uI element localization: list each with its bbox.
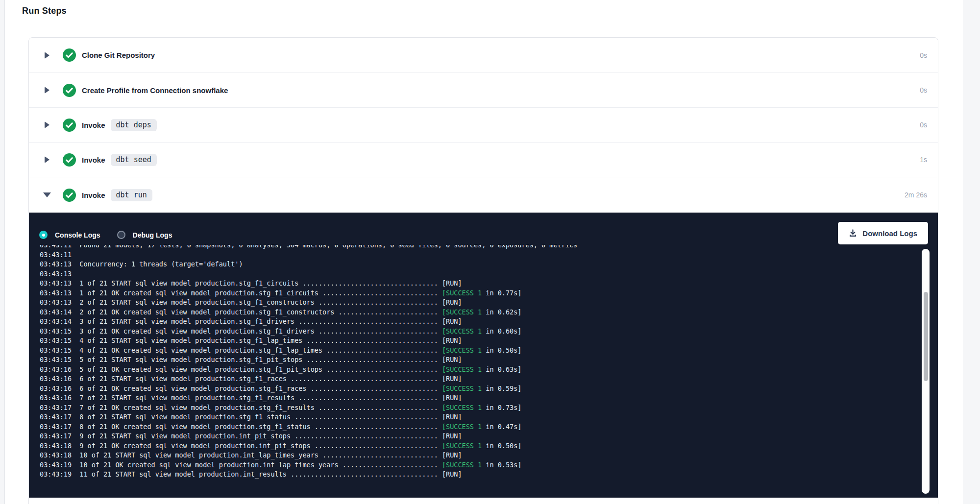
step-row[interactable]: Invoke dbt deps 0s [29, 107, 938, 142]
success-check-icon [63, 84, 76, 97]
console-log-output: 03:43:11 Found 21 models, 17 tests, 0 sn… [29, 245, 938, 498]
step-label: Invoke [82, 121, 105, 129]
log-line: 03:43:17 7 of 21 OK created sql view mod… [40, 403, 938, 413]
debug-logs-radio[interactable]: Debug Logs [117, 231, 172, 239]
log-line: 03:43:16 6 of 21 START sql view model pr… [40, 374, 938, 384]
log-line: 03:43:14 3 of 21 START sql view model pr… [40, 317, 938, 327]
log-line: 03:43:17 9 of 21 START sql view model pr… [40, 432, 938, 441]
step-duration: 0s [920, 86, 927, 94]
step-label: Invoke [82, 156, 105, 164]
log-line: 03:43:14 2 of 21 OK created sql view mod… [40, 308, 938, 317]
debug-logs-label[interactable]: Debug Logs [133, 231, 172, 239]
log-line: 03:43:17 8 of 21 START sql view model pr… [40, 412, 938, 422]
success-check-icon [63, 189, 76, 202]
log-success-text: [SUCCESS 1 [442, 365, 482, 373]
log-line: 03:43:13 1 of 21 OK created sql view mod… [40, 288, 938, 298]
success-check-icon [63, 48, 76, 62]
page-title: Run Steps [22, 6, 67, 16]
step-duration: 2m 26s [905, 191, 927, 199]
log-line: 03:43:17 8 of 21 OK created sql view mod… [40, 422, 938, 432]
log-line: 03:43:15 4 of 21 OK created sql view mod… [40, 346, 938, 356]
step-command-badge: dbt seed [111, 154, 157, 166]
log-success-text: [SUCCESS 1 [442, 289, 482, 297]
step-row[interactable]: Clone Git Repository 0s [29, 38, 938, 72]
step-label: Create Profile from Connection snowflake [82, 86, 228, 95]
log-lines: 03:43:11 Found 21 models, 17 tests, 0 sn… [29, 245, 938, 480]
log-line: 03:43:13 1 of 21 START sql view model pr… [40, 279, 938, 288]
step-row[interactable]: Invoke dbt seed 1s [29, 142, 938, 177]
download-icon [849, 229, 857, 238]
log-line: 03:43:16 7 of 21 START sql view model pr… [40, 393, 938, 403]
step-list: Clone Git Repository 0s Create Profile f… [29, 38, 938, 213]
chevron-down-icon[interactable] [44, 192, 50, 197]
log-line: 03:43:13 [40, 269, 938, 279]
log-success-text: [SUCCESS 1 [442, 327, 482, 335]
log-line: 03:43:18 9 of 21 OK created sql view mod… [40, 441, 938, 451]
log-line: 03:43:13 2 of 21 START sql view model pr… [40, 298, 938, 308]
log-line: 03:43:15 5 of 21 START sql view model pr… [40, 355, 938, 365]
chevron-right-icon[interactable] [44, 87, 50, 94]
log-success-text: [SUCCESS 1 [442, 461, 482, 469]
log-success-text: [SUCCESS 1 [442, 404, 482, 411]
log-line: 03:43:15 3 of 21 OK created sql view mod… [40, 327, 938, 336]
download-logs-button[interactable]: Download Logs [838, 222, 928, 244]
log-scrollbar-thumb[interactable] [924, 292, 928, 381]
log-success-text: [SUCCESS 1 [442, 442, 482, 450]
step-row[interactable]: Invoke dbt run 2m 26s [29, 177, 938, 213]
log-line: 03:43:13 Concurrency: 1 threads (target=… [40, 260, 938, 269]
step-command-badge: dbt run [111, 189, 152, 201]
log-panel-header: Console Logs Debug Logs [29, 213, 938, 245]
log-line: 03:43:15 4 of 21 START sql view model pr… [40, 336, 938, 346]
step-label: Invoke [82, 191, 105, 199]
step-duration: 0s [920, 121, 927, 129]
log-tabs: Console Logs Debug Logs [39, 231, 172, 239]
log-line: 03:43:19 11 of 21 START sql view model p… [40, 470, 938, 480]
success-check-icon [63, 153, 76, 167]
chevron-right-icon[interactable] [44, 156, 50, 163]
run-steps-card: Clone Git Repository 0s Create Profile f… [28, 37, 938, 504]
log-line: 03:43:16 5 of 21 OK created sql view mod… [40, 365, 938, 375]
log-success-text: [SUCCESS 1 [442, 308, 482, 316]
log-panel: Console Logs Debug Logs [29, 213, 938, 498]
console-logs-label[interactable]: Console Logs [55, 231, 100, 239]
log-success-text: [SUCCESS 1 [442, 423, 482, 431]
main-content: Run Steps Clone Git Repository 0s Create… [4, 0, 963, 504]
chevron-right-icon[interactable] [44, 121, 50, 128]
step-command-badge: dbt deps [111, 119, 157, 131]
log-scrollbar-track[interactable] [922, 249, 930, 494]
step-row[interactable]: Create Profile from Connection snowflake… [29, 72, 938, 107]
log-line: 03:43:18 10 of 21 START sql view model p… [40, 451, 938, 460]
radio-unselected-icon[interactable] [117, 231, 125, 239]
log-line: 03:43:19 10 of 21 OK created sql view mo… [40, 460, 938, 470]
console-logs-radio[interactable]: Console Logs [39, 231, 100, 239]
step-duration: 1s [920, 156, 927, 164]
log-line: 03:43:11 [40, 250, 938, 260]
step-duration: 0s [920, 51, 927, 59]
log-line: 03:43:16 6 of 21 OK created sql view mod… [40, 384, 938, 394]
radio-selected-icon[interactable] [39, 231, 48, 239]
download-logs-label: Download Logs [862, 229, 917, 238]
log-line: 03:43:11 Found 21 models, 17 tests, 0 sn… [40, 245, 938, 250]
success-check-icon [63, 119, 76, 132]
chevron-right-icon[interactable] [44, 52, 50, 59]
step-label: Clone Git Repository [82, 51, 155, 59]
log-success-text: [SUCCESS 1 [442, 346, 482, 354]
log-success-text: [SUCCESS 1 [442, 384, 482, 392]
